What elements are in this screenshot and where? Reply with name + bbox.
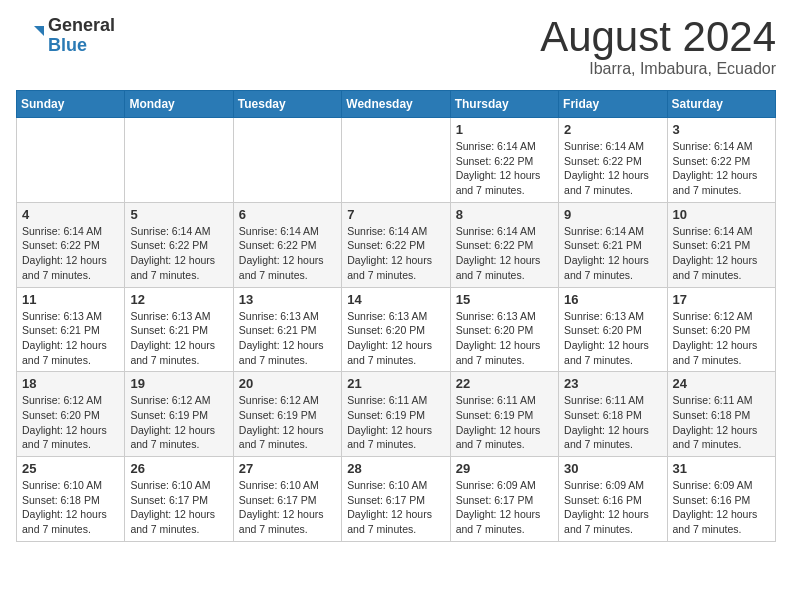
day-info: Sunrise: 6:12 AM Sunset: 6:19 PM Dayligh… <box>130 393 227 452</box>
calendar-cell: 21Sunrise: 6:11 AM Sunset: 6:19 PM Dayli… <box>342 372 450 457</box>
day-number: 10 <box>673 207 770 222</box>
calendar-cell: 26Sunrise: 6:10 AM Sunset: 6:17 PM Dayli… <box>125 457 233 542</box>
month-title: August 2024 <box>540 16 776 58</box>
day-number: 4 <box>22 207 119 222</box>
calendar-cell: 28Sunrise: 6:10 AM Sunset: 6:17 PM Dayli… <box>342 457 450 542</box>
day-number: 23 <box>564 376 661 391</box>
day-number: 5 <box>130 207 227 222</box>
day-info: Sunrise: 6:12 AM Sunset: 6:19 PM Dayligh… <box>239 393 336 452</box>
weekday-header-row: SundayMondayTuesdayWednesdayThursdayFrid… <box>17 91 776 118</box>
day-info: Sunrise: 6:09 AM Sunset: 6:16 PM Dayligh… <box>564 478 661 537</box>
calendar-cell: 31Sunrise: 6:09 AM Sunset: 6:16 PM Dayli… <box>667 457 775 542</box>
day-info: Sunrise: 6:10 AM Sunset: 6:17 PM Dayligh… <box>347 478 444 537</box>
day-info: Sunrise: 6:14 AM Sunset: 6:22 PM Dayligh… <box>22 224 119 283</box>
day-number: 18 <box>22 376 119 391</box>
location: Ibarra, Imbabura, Ecuador <box>540 60 776 78</box>
calendar-cell: 11Sunrise: 6:13 AM Sunset: 6:21 PM Dayli… <box>17 287 125 372</box>
day-number: 30 <box>564 461 661 476</box>
week-row-2: 4Sunrise: 6:14 AM Sunset: 6:22 PM Daylig… <box>17 202 776 287</box>
calendar-cell: 14Sunrise: 6:13 AM Sunset: 6:20 PM Dayli… <box>342 287 450 372</box>
day-number: 11 <box>22 292 119 307</box>
title-block: August 2024 Ibarra, Imbabura, Ecuador <box>540 16 776 78</box>
day-info: Sunrise: 6:11 AM Sunset: 6:19 PM Dayligh… <box>347 393 444 452</box>
logo-general: General <box>48 15 115 35</box>
day-number: 15 <box>456 292 553 307</box>
calendar-cell: 3Sunrise: 6:14 AM Sunset: 6:22 PM Daylig… <box>667 118 775 203</box>
weekday-header-saturday: Saturday <box>667 91 775 118</box>
week-row-4: 18Sunrise: 6:12 AM Sunset: 6:20 PM Dayli… <box>17 372 776 457</box>
calendar-cell: 23Sunrise: 6:11 AM Sunset: 6:18 PM Dayli… <box>559 372 667 457</box>
calendar-cell: 25Sunrise: 6:10 AM Sunset: 6:18 PM Dayli… <box>17 457 125 542</box>
weekday-header-monday: Monday <box>125 91 233 118</box>
calendar-cell <box>17 118 125 203</box>
day-number: 29 <box>456 461 553 476</box>
weekday-header-sunday: Sunday <box>17 91 125 118</box>
day-number: 26 <box>130 461 227 476</box>
calendar-cell: 20Sunrise: 6:12 AM Sunset: 6:19 PM Dayli… <box>233 372 341 457</box>
page-header: General Blue August 2024 Ibarra, Imbabur… <box>16 16 776 78</box>
calendar-cell: 13Sunrise: 6:13 AM Sunset: 6:21 PM Dayli… <box>233 287 341 372</box>
week-row-5: 25Sunrise: 6:10 AM Sunset: 6:18 PM Dayli… <box>17 457 776 542</box>
day-info: Sunrise: 6:09 AM Sunset: 6:17 PM Dayligh… <box>456 478 553 537</box>
day-info: Sunrise: 6:14 AM Sunset: 6:21 PM Dayligh… <box>564 224 661 283</box>
calendar-cell: 29Sunrise: 6:09 AM Sunset: 6:17 PM Dayli… <box>450 457 558 542</box>
calendar-cell: 19Sunrise: 6:12 AM Sunset: 6:19 PM Dayli… <box>125 372 233 457</box>
day-number: 3 <box>673 122 770 137</box>
calendar-cell: 30Sunrise: 6:09 AM Sunset: 6:16 PM Dayli… <box>559 457 667 542</box>
day-number: 21 <box>347 376 444 391</box>
svg-marker-0 <box>34 26 44 36</box>
week-row-1: 1Sunrise: 6:14 AM Sunset: 6:22 PM Daylig… <box>17 118 776 203</box>
day-info: Sunrise: 6:14 AM Sunset: 6:22 PM Dayligh… <box>347 224 444 283</box>
day-number: 12 <box>130 292 227 307</box>
calendar-cell <box>342 118 450 203</box>
day-info: Sunrise: 6:13 AM Sunset: 6:21 PM Dayligh… <box>239 309 336 368</box>
calendar-cell: 15Sunrise: 6:13 AM Sunset: 6:20 PM Dayli… <box>450 287 558 372</box>
logo-blue: Blue <box>48 35 87 55</box>
calendar-cell: 16Sunrise: 6:13 AM Sunset: 6:20 PM Dayli… <box>559 287 667 372</box>
day-number: 22 <box>456 376 553 391</box>
day-number: 25 <box>22 461 119 476</box>
day-info: Sunrise: 6:14 AM Sunset: 6:22 PM Dayligh… <box>564 139 661 198</box>
day-number: 20 <box>239 376 336 391</box>
logo-text: General Blue <box>48 16 115 56</box>
day-info: Sunrise: 6:11 AM Sunset: 6:18 PM Dayligh… <box>673 393 770 452</box>
day-info: Sunrise: 6:13 AM Sunset: 6:20 PM Dayligh… <box>456 309 553 368</box>
day-info: Sunrise: 6:10 AM Sunset: 6:18 PM Dayligh… <box>22 478 119 537</box>
calendar-cell: 8Sunrise: 6:14 AM Sunset: 6:22 PM Daylig… <box>450 202 558 287</box>
logo: General Blue <box>16 16 115 56</box>
day-number: 31 <box>673 461 770 476</box>
calendar-cell: 6Sunrise: 6:14 AM Sunset: 6:22 PM Daylig… <box>233 202 341 287</box>
day-number: 24 <box>673 376 770 391</box>
calendar-cell: 2Sunrise: 6:14 AM Sunset: 6:22 PM Daylig… <box>559 118 667 203</box>
calendar-cell: 7Sunrise: 6:14 AM Sunset: 6:22 PM Daylig… <box>342 202 450 287</box>
calendar-cell <box>125 118 233 203</box>
day-number: 27 <box>239 461 336 476</box>
day-info: Sunrise: 6:14 AM Sunset: 6:22 PM Dayligh… <box>456 139 553 198</box>
day-info: Sunrise: 6:10 AM Sunset: 6:17 PM Dayligh… <box>239 478 336 537</box>
day-number: 19 <box>130 376 227 391</box>
day-info: Sunrise: 6:14 AM Sunset: 6:22 PM Dayligh… <box>239 224 336 283</box>
day-number: 7 <box>347 207 444 222</box>
day-number: 16 <box>564 292 661 307</box>
weekday-header-thursday: Thursday <box>450 91 558 118</box>
day-info: Sunrise: 6:14 AM Sunset: 6:22 PM Dayligh… <box>130 224 227 283</box>
calendar-cell: 27Sunrise: 6:10 AM Sunset: 6:17 PM Dayli… <box>233 457 341 542</box>
weekday-header-tuesday: Tuesday <box>233 91 341 118</box>
calendar-cell: 12Sunrise: 6:13 AM Sunset: 6:21 PM Dayli… <box>125 287 233 372</box>
day-info: Sunrise: 6:12 AM Sunset: 6:20 PM Dayligh… <box>673 309 770 368</box>
calendar-cell: 18Sunrise: 6:12 AM Sunset: 6:20 PM Dayli… <box>17 372 125 457</box>
week-row-3: 11Sunrise: 6:13 AM Sunset: 6:21 PM Dayli… <box>17 287 776 372</box>
day-number: 28 <box>347 461 444 476</box>
weekday-header-wednesday: Wednesday <box>342 91 450 118</box>
calendar-cell: 24Sunrise: 6:11 AM Sunset: 6:18 PM Dayli… <box>667 372 775 457</box>
day-number: 9 <box>564 207 661 222</box>
day-info: Sunrise: 6:13 AM Sunset: 6:21 PM Dayligh… <box>22 309 119 368</box>
day-number: 17 <box>673 292 770 307</box>
logo-icon <box>16 22 44 50</box>
day-info: Sunrise: 6:13 AM Sunset: 6:20 PM Dayligh… <box>347 309 444 368</box>
calendar-cell <box>233 118 341 203</box>
day-info: Sunrise: 6:14 AM Sunset: 6:22 PM Dayligh… <box>673 139 770 198</box>
day-number: 8 <box>456 207 553 222</box>
day-info: Sunrise: 6:12 AM Sunset: 6:20 PM Dayligh… <box>22 393 119 452</box>
calendar-cell: 1Sunrise: 6:14 AM Sunset: 6:22 PM Daylig… <box>450 118 558 203</box>
